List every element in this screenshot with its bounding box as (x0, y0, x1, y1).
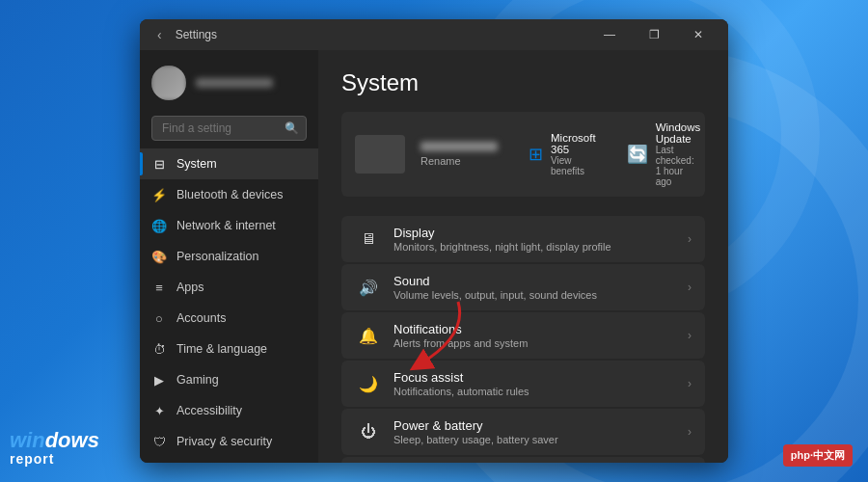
sidebar-label-network: Network & internet (176, 219, 276, 232)
windows-update-label: Windows Update (656, 121, 701, 145)
focus-icon: 🌙 (355, 370, 382, 397)
sidebar-label-accessibility: Accessibility (176, 404, 242, 417)
settings-list: 🖥DisplayMonitors, brightness, night ligh… (341, 216, 705, 463)
display-chevron-icon: › (688, 232, 692, 246)
display-desc: Monitors, brightness, night light, displ… (393, 241, 676, 253)
avatar (151, 66, 186, 100)
maximize-button[interactable]: ❐ (632, 19, 676, 50)
focus-title: Focus assist (393, 370, 676, 385)
php-badge: php·中文网 (783, 444, 853, 467)
user-name (196, 78, 273, 88)
power-chevron-icon: › (688, 425, 692, 439)
focus-text: Focus assistNotifications, automatic rul… (393, 370, 676, 397)
back-button[interactable]: ‹ (151, 25, 168, 44)
php-label: php·中文网 (791, 448, 845, 463)
microsoft365-info: ⊞ Microsoft 365 View benefits (529, 132, 596, 176)
sidebar-item-windows-update[interactable]: ↺Windows Update (140, 457, 318, 463)
pc-name (420, 142, 498, 151)
sidebar-item-apps[interactable]: ≡Apps (140, 272, 318, 303)
gaming-nav-icon: ▶ (151, 372, 167, 388)
display-title: Display (393, 226, 676, 240)
setting-row-sound[interactable]: 🔊SoundVolume levels, output, input, soun… (341, 264, 705, 310)
sidebar-label-privacy: Privacy & security (176, 435, 272, 448)
power-text: Power & batterySleep, battery usage, bat… (393, 418, 676, 445)
sidebar-item-system[interactable]: ⊟System (140, 148, 318, 179)
notifications-desc: Alerts from apps and system (393, 337, 676, 349)
user-profile (140, 58, 318, 112)
sound-icon: 🔊 (355, 274, 382, 301)
title-bar-left: ‹ Settings (151, 25, 217, 44)
windows-update-info: 🔄 Windows Update Last checked: 1 hour ag… (627, 121, 701, 187)
sound-title: Sound (393, 274, 676, 288)
setting-row-focus[interactable]: 🌙Focus assistNotifications, automatic ru… (341, 361, 705, 407)
privacy-nav-icon: 🛡 (151, 434, 167, 449)
sidebar-label-personalization: Personalization (176, 250, 258, 263)
setting-row-power[interactable]: ⏻Power & batterySleep, battery usage, ba… (341, 409, 705, 455)
window-content: 🔍 ⊟System⚡Bluetooth & devices🌐Network & … (140, 50, 728, 463)
sidebar-item-gaming[interactable]: ▶Gaming (140, 364, 318, 395)
search-input[interactable] (151, 116, 307, 141)
sidebar-item-personalization[interactable]: 🎨Personalization (140, 241, 318, 272)
personalization-nav-icon: 🎨 (151, 249, 167, 264)
microsoft365-icon: ⊞ (529, 144, 543, 165)
sidebar-item-accounts[interactable]: ○Accounts (140, 303, 318, 334)
accessibility-nav-icon: ✦ (151, 403, 167, 418)
microsoft365-text: Microsoft 365 View benefits (551, 132, 596, 176)
rename-area: Rename (420, 142, 498, 167)
sidebar-label-time: Time & language (176, 342, 267, 356)
sound-text: SoundVolume levels, output, input, sound… (393, 274, 676, 301)
setting-row-display[interactable]: 🖥DisplayMonitors, brightness, night ligh… (341, 216, 705, 262)
sidebar-item-privacy[interactable]: 🛡Privacy & security (140, 426, 318, 457)
system-nav-icon: ⊟ (151, 156, 167, 172)
sidebar-item-accessibility[interactable]: ✦Accessibility (140, 395, 318, 426)
notifications-chevron-icon: › (688, 329, 692, 342)
microsoft365-label: Microsoft 365 (551, 132, 596, 155)
report-label: report (10, 451, 99, 467)
bluetooth-nav-icon: ⚡ (151, 187, 167, 202)
windows-label: windows (10, 430, 99, 451)
power-desc: Sleep, battery usage, battery saver (393, 434, 676, 445)
power-title: Power & battery (393, 418, 676, 433)
sidebar-item-time[interactable]: ⏱Time & language (140, 334, 318, 364)
notifications-text: NotificationsAlerts from apps and system (393, 322, 676, 349)
sidebar-item-bluetooth[interactable]: ⚡Bluetooth & devices (140, 179, 318, 210)
sidebar-label-bluetooth: Bluetooth & devices (176, 188, 284, 201)
time-nav-icon: ⏱ (151, 341, 167, 357)
apps-nav-icon: ≡ (151, 280, 167, 295)
title-bar-controls: — ❐ ✕ (587, 19, 720, 50)
close-button[interactable]: ✕ (676, 19, 720, 50)
windows-update-text: Windows Update Last checked: 1 hour ago (656, 121, 701, 187)
windows-update-icon: 🔄 (627, 144, 648, 165)
focus-chevron-icon: › (688, 377, 692, 390)
sidebar-label-apps: Apps (176, 281, 204, 294)
sidebar-label-gaming: Gaming (176, 373, 219, 387)
sound-desc: Volume levels, output, input, sound devi… (393, 289, 676, 301)
windows-report-branding: windows report (10, 430, 99, 467)
power-icon: ⏻ (355, 418, 382, 445)
settings-window: ‹ Settings — ❐ ✕ 🔍 ⊟System⚡ (140, 19, 728, 463)
search-box: 🔍 (151, 116, 307, 141)
sidebar-item-network[interactable]: 🌐Network & internet (140, 210, 318, 241)
sound-chevron-icon: › (688, 281, 692, 294)
pc-thumbnail (355, 135, 405, 174)
notifications-icon: 🔔 (355, 322, 382, 349)
accounts-nav-icon: ○ (151, 310, 167, 326)
setting-row-notifications[interactable]: 🔔NotificationsAlerts from apps and syste… (341, 312, 705, 359)
nav-list: ⊟System⚡Bluetooth & devices🌐Network & in… (140, 148, 318, 463)
notifications-title: Notifications (393, 322, 676, 336)
display-text: DisplayMonitors, brightness, night light… (393, 226, 676, 253)
minimize-button[interactable]: — (587, 19, 632, 50)
page-title: System (341, 69, 705, 96)
setting-row-storage[interactable]: 💾StorageStorage space, drives, configura… (341, 457, 705, 463)
search-icon: 🔍 (285, 121, 299, 135)
display-icon: 🖥 (355, 226, 382, 253)
focus-desc: Notifications, automatic rules (393, 386, 676, 397)
main-panel: System Rename ⊞ Microsoft 365 View benef… (318, 50, 728, 463)
title-bar: ‹ Settings — ❐ ✕ (140, 19, 728, 50)
window-title: Settings (176, 28, 217, 41)
rename-button[interactable]: Rename (420, 155, 498, 167)
sidebar: 🔍 ⊟System⚡Bluetooth & devices🌐Network & … (140, 50, 318, 463)
network-nav-icon: 🌐 (151, 218, 167, 233)
sidebar-label-accounts: Accounts (176, 311, 226, 325)
top-info-bar: Rename ⊞ Microsoft 365 View benefits 🔄 W… (341, 112, 705, 197)
